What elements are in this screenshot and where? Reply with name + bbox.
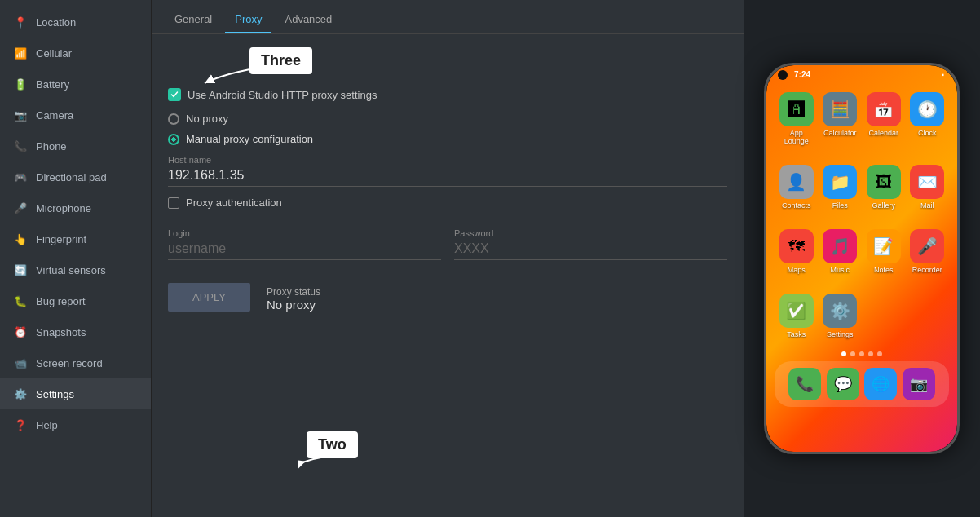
app-icon-notes[interactable]: 📝 Notes	[865, 229, 903, 274]
no-proxy-radio[interactable]: No proxy	[168, 113, 727, 125]
app-img-calculator: 🧮	[823, 92, 857, 126]
app-icon-calculator[interactable]: 🧮 Calculator	[822, 92, 859, 145]
app-img-recorder: 🎤	[910, 229, 944, 263]
host-name-value: 192.168.1.35	[168, 168, 727, 187]
app-icon-calendar[interactable]: 📅 Calendar	[865, 92, 903, 145]
cellular-icon: 📶	[13, 46, 28, 60]
dot-3	[859, 351, 864, 356]
app-icon-maps[interactable]: 🗺 Maps	[778, 229, 815, 274]
sidebar-label-bug-report: Bug report	[36, 295, 86, 307]
sidebar-item-screen-record[interactable]: 📹Screen record	[0, 347, 151, 378]
login-value[interactable]: username	[168, 241, 441, 260]
sidebar-item-bug-report[interactable]: 🐛Bug report	[0, 285, 151, 316]
app-img-tasks: ✅	[779, 294, 814, 328]
tab-advanced[interactable]: Advanced	[275, 7, 342, 33]
phone-screen: 7:24 ▪ 🅰 App Lounge 🧮 Calculator 📅 Calen…	[766, 65, 957, 452]
sidebar: 📍Location📶Cellular🔋Battery📷Camera📞Phone🎮…	[0, 0, 151, 517]
app-label-recorder: Recorder	[912, 266, 942, 274]
app-icon-recorder[interactable]: 🎤 Recorder	[909, 229, 947, 274]
apps-grid-row2: 👤 Contacts 📁 Files 🖼 Gallery ✉️ Mail	[766, 157, 957, 218]
password-value[interactable]: XXXX	[454, 241, 727, 260]
proxy-status-label: Proxy status	[267, 286, 320, 298]
snapshots-icon: ⏰	[13, 325, 28, 339]
sidebar-label-phone: Phone	[36, 140, 67, 152]
proxy-auth-row[interactable]: Proxy authentication	[168, 197, 727, 209]
app-label-calendar: Calendar	[868, 129, 898, 137]
sidebar-item-camera[interactable]: 📷Camera	[0, 99, 151, 130]
android-studio-label: Use Android Studio HTTP proxy settings	[188, 89, 377, 101]
sidebar-label-location: Location	[36, 16, 76, 29]
app-icon-settings[interactable]: ⚙️ Settings	[822, 294, 859, 338]
app-icon-music[interactable]: 🎵 Music	[822, 229, 859, 274]
app-img-mail: ✉️	[910, 165, 944, 199]
app-icon-contacts[interactable]: 👤 Contacts	[778, 165, 815, 210]
app-img-music: 🎵	[823, 229, 857, 263]
android-studio-checkbox[interactable]	[168, 88, 181, 101]
arrow-two	[298, 446, 355, 471]
sidebar-item-help[interactable]: ❓Help	[0, 409, 151, 440]
sidebar-label-snapshots: Snapshots	[36, 326, 86, 338]
use-android-studio-row[interactable]: Use Android Studio HTTP proxy settings	[168, 88, 727, 101]
fingerprint-icon: 👆	[13, 232, 28, 246]
sidebar-item-battery[interactable]: 🔋Battery	[0, 68, 151, 99]
sidebar-label-fingerprint: Fingerprint	[36, 233, 86, 245]
sidebar-item-microphone[interactable]: 🎤Microphone	[0, 192, 151, 223]
app-label-calculator: Calculator	[823, 129, 857, 137]
sidebar-item-phone[interactable]: 📞Phone	[0, 130, 151, 161]
sidebar-item-location[interactable]: 📍Location	[0, 7, 151, 38]
sidebar-item-virtual-sensors[interactable]: 🔄Virtual sensors	[0, 254, 151, 285]
app-icon-gallery[interactable]: 🖼 Gallery	[865, 165, 903, 210]
sidebar-item-snapshots[interactable]: ⏰Snapshots	[0, 316, 151, 347]
app-icon-mail[interactable]: ✉️ Mail	[909, 165, 947, 210]
app-img-notes: 📝	[867, 229, 901, 263]
manual-proxy-radio-circle	[168, 134, 179, 145]
dot-2	[850, 351, 855, 356]
apps-grid-row3: 🗺 Maps 🎵 Music 📝 Notes 🎤 Recorder	[766, 221, 957, 282]
app-img-maps: 🗺	[779, 229, 814, 263]
sidebar-label-virtual-sensors: Virtual sensors	[36, 264, 106, 276]
manual-proxy-radio[interactable]: Manual proxy configuration	[168, 133, 727, 145]
proxy-status-value: No proxy	[267, 298, 320, 312]
dot-4	[868, 351, 873, 356]
dock-icon-camera[interactable]: 📷	[903, 368, 935, 400]
app-label-gallery: Gallery	[872, 201, 895, 210]
no-proxy-label: No proxy	[186, 113, 228, 125]
directional-pad-icon: 🎮	[13, 170, 28, 184]
bug-report-icon: 🐛	[13, 294, 28, 308]
dock-icon-messages[interactable]: 💬	[827, 368, 859, 400]
dock-icon-phone[interactable]: 📞	[788, 368, 821, 400]
tabs-bar: GeneralProxyAdvanced	[152, 0, 744, 34]
apply-button[interactable]: APPLY	[168, 283, 250, 312]
phone-mockup: 7:24 ▪ 🅰 App Lounge 🧮 Calculator 📅 Calen…	[764, 63, 960, 454]
sidebar-item-directional-pad[interactable]: 🎮Directional pad	[0, 161, 151, 192]
sidebar-item-cellular[interactable]: 📶Cellular	[0, 38, 151, 68]
screen-record-icon: 📹	[13, 356, 28, 370]
phone-dock: 📞💬🌐📷	[775, 361, 949, 407]
login-col: Login username	[168, 219, 441, 270]
main-content: GeneralProxyAdvanced Three Use Android S…	[151, 0, 744, 517]
app-icon-clock[interactable]: 🕐 Clock	[909, 92, 947, 145]
app-img-gallery: 🖼	[867, 165, 901, 199]
sidebar-label-cellular: Cellular	[36, 47, 72, 60]
microphone-icon: 🎤	[13, 201, 28, 215]
tab-general[interactable]: General	[165, 7, 222, 33]
app-img-settings: ⚙️	[823, 294, 857, 328]
dot-1	[841, 351, 846, 356]
sidebar-label-settings: Settings	[36, 388, 74, 400]
tab-proxy[interactable]: Proxy	[225, 7, 271, 33]
page-dots	[766, 351, 957, 356]
sidebar-item-settings[interactable]: ⚙️Settings	[0, 378, 151, 409]
no-proxy-radio-circle	[168, 113, 179, 125]
apply-row: APPLY Proxy status No proxy	[168, 273, 727, 312]
app-label-settings: Settings	[827, 330, 854, 338]
dock-icon-browser[interactable]: 🌐	[864, 368, 897, 400]
app-img-contacts: 👤	[779, 165, 814, 199]
login-password-row: Login username Password XXXX	[168, 219, 727, 270]
app-icon-app-lounge[interactable]: 🅰 App Lounge	[778, 92, 815, 145]
app-icon-files[interactable]: 📁 Files	[822, 165, 859, 210]
app-icon-tasks[interactable]: ✅ Tasks	[778, 294, 815, 338]
sidebar-item-fingerprint[interactable]: 👆Fingerprint	[0, 223, 151, 254]
sidebar-label-camera: Camera	[36, 109, 73, 122]
sidebar-label-microphone: Microphone	[36, 202, 91, 214]
proxy-auth-checkbox[interactable]	[168, 197, 179, 209]
